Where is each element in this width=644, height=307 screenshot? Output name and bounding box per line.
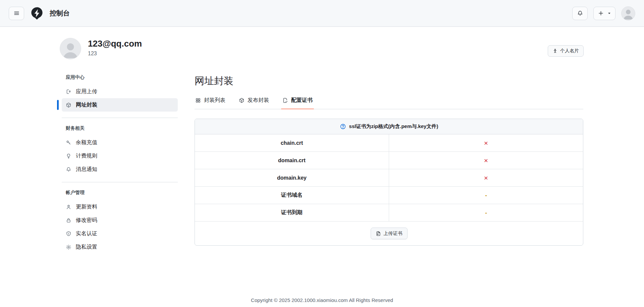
certificate-table: ssl证书为zip格式(内含.pem与.key文件) chain.crt × d… — [195, 119, 583, 246]
status-missing-mark: × — [484, 139, 488, 146]
sidebar-item-label: 修改密码 — [76, 217, 97, 224]
status-missing-mark: × — [484, 174, 488, 181]
person-card-icon — [552, 48, 558, 54]
sidebar-item-label: 隐私设置 — [76, 244, 97, 251]
profile-header: 123@qq.com 123 个人名片 — [60, 38, 584, 59]
bell-icon — [577, 10, 583, 16]
cert-field-name: domain.crt — [195, 152, 389, 169]
lock-icon — [66, 218, 71, 223]
person-icon — [66, 204, 71, 210]
hamburger-menu-icon — [13, 10, 20, 16]
personal-card-button[interactable]: 个人名片 — [548, 45, 584, 57]
app-title: 控制台 — [50, 9, 70, 18]
tab-configure-certificate[interactable]: 配置证书 — [282, 95, 313, 109]
sidebar-item-notifications[interactable]: 消息通知 — [62, 163, 178, 176]
create-new-button[interactable] — [593, 7, 615, 20]
table-row: 证书到期 - — [195, 204, 583, 222]
tab-label: 配置证书 — [291, 97, 313, 104]
sidebar-item-privacy-settings[interactable]: 隐私设置 — [62, 240, 178, 254]
sidebar: 应用中心 应用上传 网址封装 财务相关 余额充值 — [62, 74, 178, 260]
table-row: domain.key × — [195, 169, 583, 187]
sidebar-group-header: 财务相关 — [62, 125, 178, 131]
sidebar-item-label: 应用上传 — [76, 88, 97, 95]
sidebar-item-label: 网址封装 — [76, 102, 97, 109]
tab-package-list[interactable]: 封装列表 — [195, 95, 226, 109]
app-upload-icon — [66, 89, 71, 95]
page-title: 网址封装 — [195, 74, 583, 88]
sidebar-item-label: 消息通知 — [76, 166, 97, 173]
status-empty-mark: - — [485, 192, 487, 198]
table-footer: 上传证书 — [195, 222, 583, 245]
certificate-hint-text: ssl证书为zip格式(内含.pem与.key文件) — [349, 123, 438, 130]
sidebar-group-app-center: 应用中心 应用上传 网址封装 — [62, 74, 178, 118]
grid-icon — [195, 98, 201, 103]
sidebar-item-update-profile[interactable]: 更新资料 — [62, 200, 178, 213]
hamburger-menu-button[interactable] — [9, 7, 24, 20]
tab-label: 封装列表 — [204, 97, 225, 104]
sidebar-group-finance: 财务相关 余额充值 计费规则 消息通知 — [62, 118, 178, 182]
sidebar-item-identity-verification[interactable]: 实名认证 — [62, 227, 178, 240]
lightning-pin-logo — [30, 6, 44, 20]
caret-down-icon — [607, 11, 611, 15]
table-row: chain.crt × — [195, 134, 583, 152]
main-content: 网址封装 封装列表 发布封装 配置证书 — [195, 74, 583, 246]
sidebar-group-header: 帐户管理 — [62, 190, 178, 196]
upload-certificate-label: 上传证书 — [384, 231, 402, 237]
gear-icon — [66, 244, 71, 250]
package-icon — [239, 98, 245, 103]
profile-avatar — [60, 38, 81, 59]
sidebar-item-label: 余额充值 — [76, 139, 97, 146]
sidebar-item-billing-rules[interactable]: 计费规则 — [62, 149, 178, 163]
sidebar-item-change-password[interactable]: 修改密码 — [62, 213, 178, 227]
sidebar-item-label: 计费规则 — [76, 152, 97, 160]
sidebar-item-app-upload[interactable]: 应用上传 — [62, 85, 178, 98]
table-row: domain.crt × — [195, 152, 583, 169]
cert-field-name: domain.key — [195, 169, 389, 186]
profile-email: 123@qq.com — [88, 39, 142, 49]
cert-field-name: 证书域名 — [195, 187, 389, 204]
key-icon — [66, 140, 71, 145]
tab-bar: 封装列表 发布封装 配置证书 — [195, 95, 583, 109]
tab-publish-package[interactable]: 发布封装 — [238, 95, 270, 109]
sidebar-item-balance-recharge[interactable]: 余额充值 — [62, 136, 178, 149]
status-empty-mark: - — [485, 210, 487, 216]
sidebar-item-label: 实名认证 — [76, 230, 97, 237]
status-missing-mark: × — [484, 157, 488, 164]
bell-icon — [66, 167, 71, 172]
cert-field-name: chain.crt — [195, 134, 389, 151]
table-row: 证书域名 - — [195, 187, 583, 204]
plus-icon — [598, 10, 604, 16]
lightbulb-icon — [66, 153, 71, 159]
tab-label: 发布封装 — [248, 97, 269, 104]
sidebar-item-label: 更新资料 — [76, 203, 97, 210]
sidebar-group-header: 应用中心 — [62, 74, 178, 80]
sidebar-group-account: 帐户管理 更新资料 修改密码 实名认证 — [62, 182, 178, 260]
notifications-button[interactable] — [572, 7, 588, 20]
sidebar-item-url-package[interactable]: 网址封装 — [62, 98, 178, 112]
package-icon — [66, 102, 71, 108]
certificate-hint-row: ssl证书为zip格式(内含.pem与.key文件) — [195, 119, 583, 134]
file-zip-icon — [376, 231, 381, 236]
upload-certificate-button[interactable]: 上传证书 — [371, 228, 408, 239]
personal-card-label: 个人名片 — [560, 48, 579, 54]
file-check-icon — [282, 98, 288, 103]
top-navbar: 控制台 — [0, 0, 644, 27]
copyright-text: Copyright © 2025 2002.1000.xiaomiou.com … — [0, 297, 644, 303]
cert-field-name: 证书到期 — [195, 204, 389, 221]
profile-username: 123 — [88, 51, 142, 57]
user-avatar[interactable] — [621, 6, 635, 20]
question-circle-icon — [340, 123, 346, 130]
shield-icon — [66, 231, 71, 237]
